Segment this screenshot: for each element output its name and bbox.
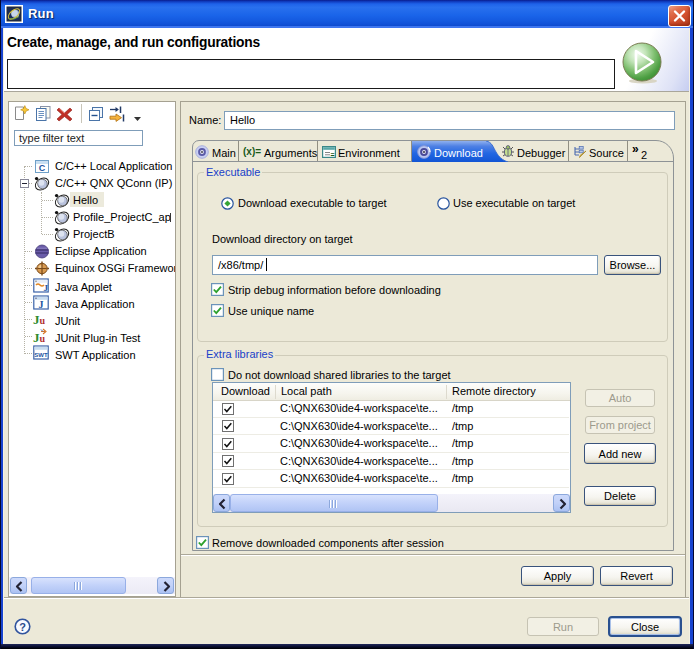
svg-text:J: J [44,283,49,293]
svg-text:SWT: SWT [34,352,48,358]
svg-text:u: u [40,315,46,326]
svg-text:J: J [39,299,44,310]
svg-text:u: u [40,333,46,344]
svg-text:=: = [330,151,334,158]
svg-text:?: ? [19,621,26,633]
svg-text:C: C [39,163,46,173]
